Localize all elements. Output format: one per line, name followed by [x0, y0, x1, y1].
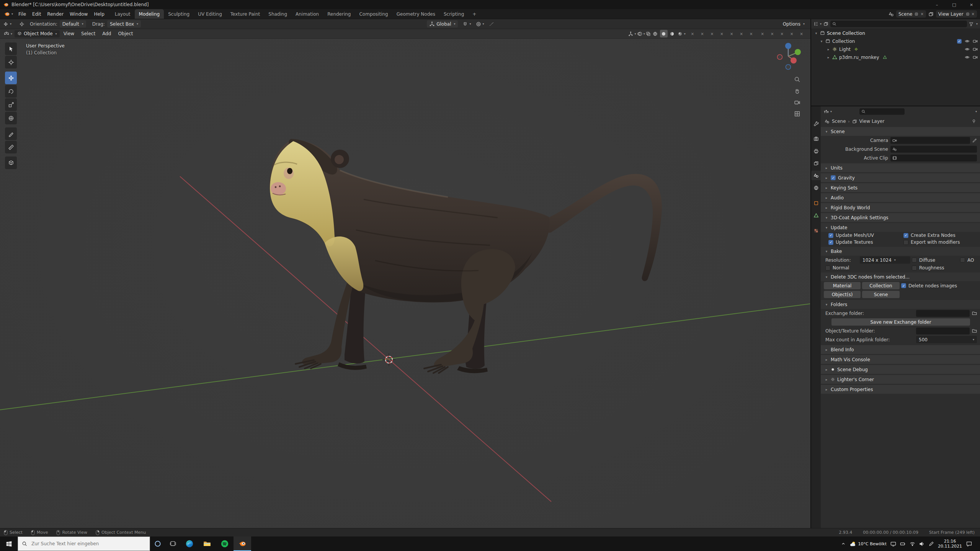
tab-render[interactable]: [811, 134, 821, 143]
show-gizmo-toggle[interactable]: ▾: [628, 31, 636, 36]
scene-selector[interactable]: Scene ×: [896, 10, 926, 18]
viewport-menu-object[interactable]: Object: [115, 31, 136, 36]
diffuse-checkbox[interactable]: [912, 258, 917, 262]
active-clip-field[interactable]: [890, 155, 977, 161]
tray-expand-button[interactable]: [841, 541, 846, 546]
tab-scene[interactable]: [811, 171, 821, 180]
menu-file[interactable]: File: [15, 9, 29, 19]
disable-render-toggle[interactable]: [973, 47, 978, 52]
pin-icon[interactable]: [972, 119, 976, 124]
tab-texture[interactable]: [811, 226, 821, 235]
panel-blend-info[interactable]: ▸ Blend Info: [821, 345, 980, 354]
mode-dropdown[interactable]: Object Mode ▾: [15, 30, 60, 37]
object-texture-folder-browse-button[interactable]: [972, 328, 977, 333]
disable-render-toggle[interactable]: [973, 55, 978, 60]
select-box-tool[interactable]: [5, 42, 17, 55]
properties-search[interactable]: [859, 108, 905, 115]
tab-shading[interactable]: Shading: [264, 9, 291, 19]
viewport-canvas[interactable]: [0, 39, 810, 528]
action-center-button[interactable]: [966, 541, 972, 547]
outliner-row-monkey[interactable]: ▸ p3dm.ru_monkey: [811, 53, 980, 61]
maximize-button[interactable]: □: [946, 0, 963, 9]
update-mesh-uv-checkbox[interactable]: ✓: [828, 233, 833, 238]
exclude-checkbox[interactable]: ✓: [957, 39, 962, 44]
properties-editor-type-button[interactable]: ▾: [824, 109, 832, 114]
tray-volume-icon[interactable]: [919, 541, 925, 547]
tab-layout[interactable]: Layout: [111, 9, 135, 19]
options-dropdown[interactable]: Options ▾: [780, 20, 807, 28]
panel-math-vis[interactable]: ▸ Math Vis Console: [821, 355, 980, 364]
expand-arrow-icon[interactable]: ▾: [820, 39, 823, 43]
tab-modeling[interactable]: Modeling: [135, 9, 164, 19]
camera-view-button[interactable]: [794, 99, 800, 106]
panel-bake[interactable]: ▾ Bake: [821, 247, 980, 256]
breadcrumb-scene[interactable]: Scene: [832, 119, 846, 124]
expand-arrow-icon[interactable]: ▾: [814, 31, 818, 35]
outliner-editor-type-button[interactable]: ▾: [813, 21, 822, 26]
hide-viewport-toggle[interactable]: [965, 39, 970, 44]
menu-edit[interactable]: Edit: [29, 9, 44, 19]
minimize-button[interactable]: –: [928, 0, 946, 9]
tab-object[interactable]: [811, 198, 821, 208]
proportional-editing-toggle[interactable]: ▾: [476, 21, 484, 27]
viewport-3d[interactable]: User Perspective (1) Collection: [0, 39, 810, 528]
outliner-row-collection[interactable]: ▾ Collection ✓: [811, 37, 980, 45]
background-scene-field[interactable]: [890, 146, 977, 153]
file-explorer-button[interactable]: [198, 536, 216, 551]
header-toggle-icons-group-b[interactable]: × × × × ×: [761, 32, 806, 36]
snap-toggle[interactable]: ▾: [462, 21, 471, 27]
tab-compositing[interactable]: Compositing: [355, 9, 392, 19]
collapsed-arrow-icon[interactable]: ▸: [826, 55, 830, 59]
pan-button[interactable]: [794, 88, 800, 94]
shading-rendered-button[interactable]: ▾: [677, 30, 686, 37]
viewport-menu-add[interactable]: Add: [99, 31, 114, 36]
panel-units[interactable]: ▸ Units: [821, 163, 980, 172]
tab-object-data[interactable]: [811, 210, 821, 220]
update-textures-checkbox[interactable]: ✓: [828, 240, 833, 245]
create-extra-nodes-checkbox[interactable]: ✓: [903, 233, 908, 238]
tab-uv-editing[interactable]: UV Editing: [194, 9, 226, 19]
taskbar-search[interactable]: [18, 536, 150, 551]
spotify-button[interactable]: [216, 536, 234, 551]
orientation-dropdown[interactable]: Default ▾: [60, 20, 86, 28]
panel-scene[interactable]: ▾ Scene: [821, 127, 980, 136]
disable-render-toggle[interactable]: [973, 39, 978, 44]
viewport-menu-select[interactable]: Select: [78, 31, 98, 36]
view-layer-selector[interactable]: View Layer ×: [936, 10, 977, 18]
tab-view-layer[interactable]: [811, 158, 821, 168]
annotate-tool[interactable]: [5, 127, 17, 140]
normal-checkbox[interactable]: [825, 266, 830, 271]
panel-lighters-corner[interactable]: ▸ Lighter's Corner: [821, 375, 980, 384]
roughness-checkbox[interactable]: [912, 266, 917, 271]
outliner-row-light[interactable]: ▸ Light: [811, 45, 980, 53]
shading-wireframe-button[interactable]: [652, 30, 659, 37]
tab-scripting[interactable]: Scripting: [439, 9, 468, 19]
gravity-checkbox[interactable]: ✓: [831, 175, 836, 180]
object-texture-folder-field[interactable]: [916, 328, 970, 334]
breadcrumb-view-layer[interactable]: View Layer: [859, 119, 885, 124]
delete-collection-button[interactable]: Collection: [862, 282, 900, 289]
panel-audio[interactable]: ▸ Audio: [821, 193, 980, 202]
tab-world[interactable]: [811, 183, 821, 192]
hide-viewport-toggle[interactable]: [965, 55, 970, 60]
tray-display-icon[interactable]: [890, 541, 896, 547]
outliner-search[interactable]: [830, 21, 967, 27]
transform-tool[interactable]: [5, 112, 17, 124]
panel-gravity[interactable]: ▸ ✓ Gravity: [821, 173, 980, 182]
shading-solid-button[interactable]: [660, 30, 668, 37]
monkey-model[interactable]: [270, 139, 662, 373]
zoom-button[interactable]: [794, 76, 800, 83]
export-with-modifiers-checkbox[interactable]: [903, 240, 908, 245]
edge-button[interactable]: [181, 536, 198, 551]
delete-objects-button[interactable]: Object(s): [824, 291, 861, 298]
measure-tool[interactable]: [5, 141, 17, 153]
menu-render[interactable]: Render: [44, 9, 67, 19]
panel-keying-sets[interactable]: ▸ Keying Sets: [821, 183, 980, 192]
outliner-row-scene-collection[interactable]: ▾ Scene Collection: [811, 29, 980, 37]
close-button[interactable]: ×: [963, 0, 980, 9]
panel-scene-debug[interactable]: ▸ Scene Debug: [821, 365, 980, 374]
exchange-folder-field[interactable]: [916, 310, 970, 317]
delete-nodes-images-checkbox[interactable]: ✓: [901, 283, 906, 288]
filter-button[interactable]: [969, 22, 973, 26]
task-view-button[interactable]: [165, 536, 181, 551]
